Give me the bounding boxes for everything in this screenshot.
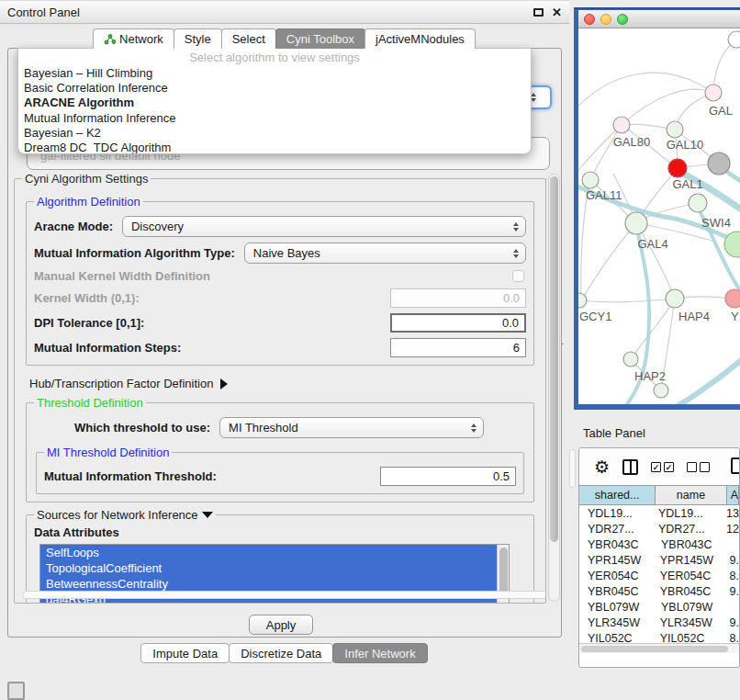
network-node[interactable] [654,383,668,398]
table-horizontal-scrollbar[interactable] [579,643,739,653]
collapsed-arrow-icon [220,378,228,390]
table-row[interactable]: YDR27... YDR27... 12 [579,521,739,536]
select-all-icon[interactable]: ✓ ✓ [651,462,674,472]
tab-select[interactable]: Select [221,28,276,49]
cell-name: YBL079W [656,601,728,614]
which-threshold-select[interactable]: MI Threshold [219,417,484,438]
table-row[interactable]: YBR045C YBR045C 9. [579,583,739,599]
tab-style[interactable]: Style [174,28,222,49]
scrollbar-thumb[interactable] [499,548,508,595]
sources-group-title[interactable]: Sources for Network Inference [34,508,216,522]
attribute-list-item[interactable]: SelfLoops [40,545,497,560]
cell-name: YBR043C [656,538,728,551]
cyni-toolbox-panel: gal-filtered sif default node Select alg… [7,48,562,638]
network-node-gal10[interactable] [667,121,683,138]
column-header-shared-name[interactable]: shared... [579,486,656,504]
tab-network[interactable]: Network [93,28,174,49]
network-node-swi4[interactable] [689,194,707,212]
dropdown-item[interactable]: Dream8 DC_TDC Algorithm [18,141,531,154]
manual-kernel-width-checkbox[interactable] [512,270,524,282]
scrollbar-thumb[interactable] [550,176,558,542]
settings-horizontal-scrollbar[interactable] [22,591,546,599]
network-node-gal4[interactable] [625,212,647,234]
unchecked-box-icon [687,462,697,472]
deselect-all-icon[interactable] [687,462,710,472]
settings-vertical-scrollbar[interactable] [548,174,560,602]
attribute-list-item[interactable]: BetweennessCentrality [40,576,497,592]
dropdown-item-list: Bayesian – Hill ClimbingBasic Correlatio… [18,66,531,154]
table-row[interactable]: YBL079W YBL079W [579,599,739,615]
network-node[interactable] [728,31,740,48]
cyni-bottom-tabs: Impute Data Discretize Data Infer Networ… [0,643,569,663]
table-row[interactable]: YBR043C YBR043C [579,536,739,552]
dropdown-item[interactable]: ARACNE Algorithm [18,96,531,110]
table-row[interactable]: YER054C YER054C 8. [579,568,739,583]
table-panel: ⚙ ✓ ✓ shared... name A YDL19... YDL19...… [578,447,740,668]
columns-icon[interactable] [622,459,638,475]
tab-infer-network[interactable]: Infer Network [332,643,427,663]
network-window-titlebar[interactable] [578,10,740,28]
table-row[interactable]: YPR145W YPR145W 9. [579,552,739,568]
tab-discretize-data[interactable]: Discretize Data [229,643,333,663]
dropdown-item[interactable]: Bayesian – Hill Climbing [18,66,531,81]
network-node-gcy1[interactable] [578,293,587,308]
checked-box-icon: ✓ [651,462,661,472]
algorithm-dropdown-popup: Select algorithm to view settings Bayesi… [17,48,532,154]
node-label: HAP2 [634,369,666,383]
node-label: GAL [709,104,733,118]
control-panel-title: Control Panel [7,6,533,19]
column-header-name[interactable]: name [656,486,726,504]
tab-jactivemnodules[interactable]: jActiveMNodules [364,28,476,49]
expanded-arrow-icon [202,512,213,518]
combo-spinner-icon [471,423,477,433]
gear-icon[interactable]: ⚙ [594,458,610,476]
manual-kernel-width-label: Manual Kernel Width Definition [34,269,210,283]
close-icon[interactable]: ✕ [552,6,562,18]
mi-steps-input[interactable]: 6 [390,338,526,357]
table-row[interactable]: YDL19... YDL19... 13 [579,505,739,521]
node-label: HAP4 [678,310,710,323]
network-node-gal1[interactable] [668,159,687,177]
mi-threshold-input[interactable]: 0.5 [380,467,516,486]
mi-threshold-label: Mutual Information Threshold: [44,469,217,483]
panel-divider-handle[interactable] [569,449,576,488]
cell-name: YLR345W [656,616,726,629]
network-graph: GALGAL80GAL10GAL1GAL11SWI4GAL4GCY1HAP4YH… [578,28,740,404]
algorithm-definition-title: Algorithm Definition [34,195,143,209]
network-node-gal[interactable] [705,85,722,101]
aracne-mode-select[interactable]: Discovery [122,216,526,237]
dpi-tolerance-input[interactable]: 0.0 [390,313,526,333]
cell-shared-name: YBR045C [579,585,656,598]
network-node-hap2[interactable] [623,352,638,367]
node-label: GAL10 [667,138,703,152]
network-icon [104,33,116,45]
tab-impute-data[interactable]: Impute Data [140,643,230,663]
node-label: GAL11 [586,188,622,202]
dropdown-item[interactable]: Mutual Information Inference [18,111,531,126]
window-close-button[interactable] [584,14,595,25]
window-zoom-button[interactable] [617,14,628,25]
dropdown-item[interactable]: Basic Correlation Inference [18,81,531,96]
scrollbar-thumb[interactable] [581,646,728,652]
document-icon[interactable] [731,457,740,474]
aracne-mode-value: Discovery [131,220,513,233]
network-node[interactable] [708,152,730,175]
network-node-hap4[interactable] [666,289,684,308]
table-row[interactable]: YIL052C YIL052C 8. [579,630,739,643]
window-minimize-button[interactable] [600,14,611,25]
float-panel-icon[interactable] [533,8,544,17]
network-node-y[interactable] [725,289,740,308]
hub-definition-toggle[interactable]: Hub/Transcription Factor Definition [29,377,538,390]
dropdown-item[interactable]: Bayesian – K2 [18,126,531,141]
network-node-gal11[interactable] [582,172,599,188]
column-header-partial[interactable]: A [727,486,739,504]
network-node-gal80[interactable] [613,117,630,133]
apply-button[interactable]: Apply [249,615,313,635]
attribute-list-item[interactable]: TopologicalCoefficient [40,560,497,576]
network-canvas[interactable]: GALGAL80GAL10GAL1GAL11SWI4GAL4GCY1HAP4YH… [578,28,740,404]
mi-algorithm-type-select[interactable]: Naive Bayes [244,243,526,264]
node-label: GAL4 [637,237,667,251]
table-row[interactable]: YLR345W YLR345W 9. [579,615,739,630]
tab-cyni-toolbox[interactable]: Cyni Toolbox [275,28,365,49]
dock-panel-button[interactable] [7,682,25,700]
